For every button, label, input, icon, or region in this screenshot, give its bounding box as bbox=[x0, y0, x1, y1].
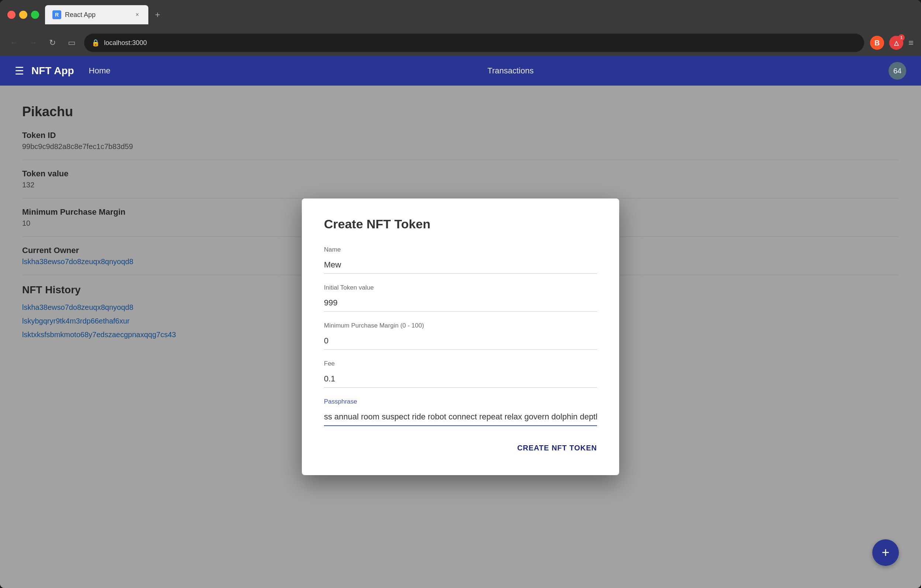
tab-title: React App bbox=[65, 11, 130, 19]
tab-favicon: R bbox=[52, 10, 61, 19]
main-area: Pikachu Token ID 99bc9c9d82a8c8e7fec1c7b… bbox=[0, 86, 921, 588]
fee-label: Fee bbox=[324, 360, 597, 367]
modal-title: Create NFT Token bbox=[324, 217, 597, 231]
brave-icon[interactable]: B bbox=[870, 36, 884, 50]
maximize-window-button[interactable] bbox=[31, 11, 39, 19]
notification-icon[interactable]: △ 1 bbox=[889, 36, 903, 50]
address-input[interactable]: 🔒 localhost:3000 bbox=[84, 34, 864, 52]
home-nav-link[interactable]: Home bbox=[89, 66, 111, 76]
fab-button[interactable]: + bbox=[872, 539, 899, 566]
passphrase-label: Passphrase bbox=[324, 398, 597, 405]
bookmark-button[interactable]: ▭ bbox=[65, 36, 78, 49]
browser-window: R React App × + ← → ↻ ▭ 🔒 localhost:3000… bbox=[0, 0, 921, 588]
fee-input[interactable] bbox=[324, 370, 597, 388]
title-bar: R React App × + bbox=[0, 0, 921, 29]
lock-icon: 🔒 bbox=[91, 39, 99, 47]
navigation-bar: ☰ NFT App Home Transactions 64 bbox=[0, 56, 921, 86]
new-tab-button[interactable]: + bbox=[151, 8, 164, 21]
tab-bar: R React App × + bbox=[45, 5, 914, 24]
app-brand: NFT App bbox=[31, 65, 74, 77]
tab-close-button[interactable]: × bbox=[133, 11, 141, 18]
back-button[interactable]: ← bbox=[7, 36, 21, 49]
forward-button[interactable]: → bbox=[26, 36, 40, 49]
notification-badge: 1 bbox=[898, 34, 905, 41]
minimize-window-button[interactable] bbox=[19, 11, 27, 19]
url-text: localhost:3000 bbox=[104, 39, 147, 47]
name-label: Name bbox=[324, 246, 597, 253]
name-field: Name bbox=[324, 246, 597, 274]
min-margin-field: Minimum Purchase Margin (0 - 100) bbox=[324, 322, 597, 350]
name-input[interactable] bbox=[324, 257, 597, 274]
create-nft-modal: Create NFT Token Name Initial Token valu… bbox=[302, 198, 619, 475]
browser-menu-button[interactable]: ≡ bbox=[908, 37, 914, 48]
modal-overlay[interactable]: Create NFT Token Name Initial Token valu… bbox=[0, 86, 921, 588]
traffic-lights bbox=[7, 11, 39, 19]
create-nft-button[interactable]: CREATE NFT TOKEN bbox=[517, 439, 597, 457]
initial-token-value-field: Initial Token value bbox=[324, 284, 597, 312]
initial-token-value-input[interactable] bbox=[324, 294, 597, 312]
fee-field: Fee bbox=[324, 360, 597, 388]
app-content: ☰ NFT App Home Transactions 64 Pikachu T… bbox=[0, 56, 921, 588]
active-tab[interactable]: R React App × bbox=[45, 5, 148, 24]
hamburger-menu[interactable]: ☰ bbox=[15, 65, 24, 77]
passphrase-input[interactable] bbox=[324, 408, 597, 426]
wallet-badge[interactable]: 64 bbox=[888, 62, 906, 80]
address-bar: ← → ↻ ▭ 🔒 localhost:3000 B △ 1 ≡ bbox=[0, 29, 921, 56]
browser-extensions: B △ 1 ≡ bbox=[870, 36, 914, 50]
reload-button[interactable]: ↻ bbox=[46, 36, 59, 49]
nav-center: Transactions bbox=[132, 66, 888, 76]
transactions-nav-link[interactable]: Transactions bbox=[487, 66, 534, 76]
modal-actions: CREATE NFT TOKEN bbox=[324, 439, 597, 457]
close-window-button[interactable] bbox=[7, 11, 16, 19]
min-margin-input[interactable] bbox=[324, 332, 597, 350]
min-margin-label: Minimum Purchase Margin (0 - 100) bbox=[324, 322, 597, 330]
initial-token-value-label: Initial Token value bbox=[324, 284, 597, 291]
passphrase-field: Passphrase bbox=[324, 398, 597, 426]
